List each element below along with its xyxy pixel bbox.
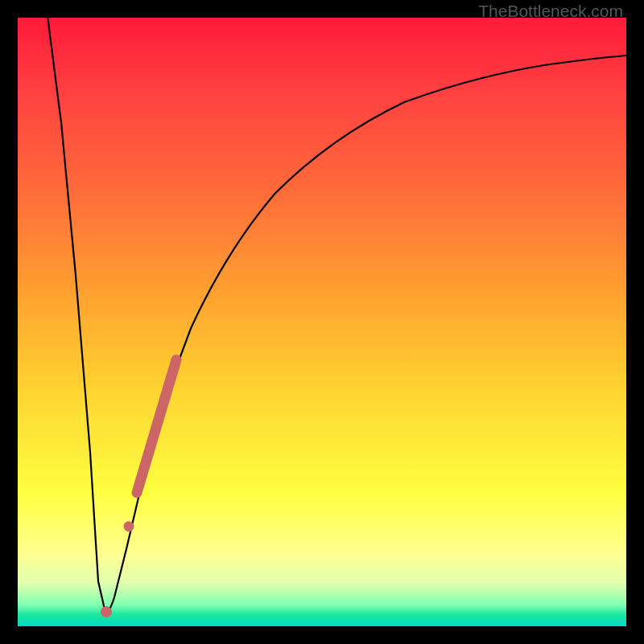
marker-thick-segment xyxy=(137,360,176,493)
watermark-text: TheBottleneck.com xyxy=(478,2,623,21)
marker-dot-min xyxy=(101,606,112,617)
marker-dot-mid xyxy=(124,522,134,532)
plot-area xyxy=(18,18,626,626)
chart-frame: TheBottleneck.com xyxy=(0,0,644,644)
curve-path xyxy=(47,18,626,612)
bottleneck-curve xyxy=(18,18,626,626)
